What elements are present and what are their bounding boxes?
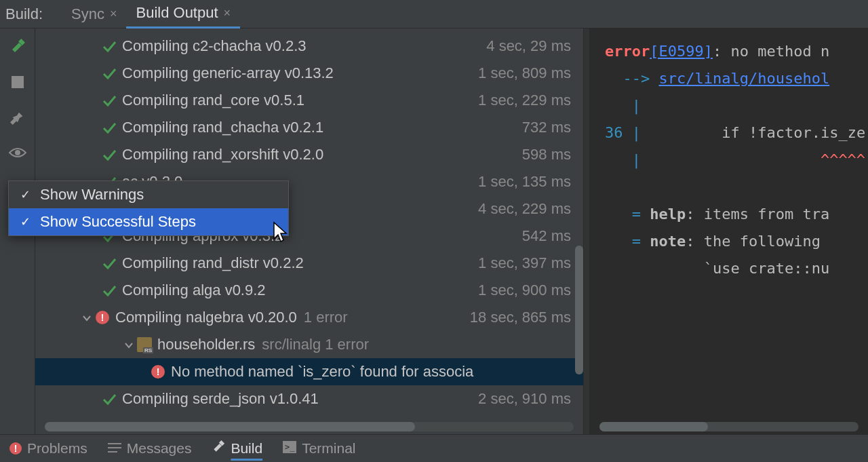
- menu-show-successful-steps[interactable]: ✓ Show Successful Steps: [9, 208, 288, 235]
- menu-item-label: Show Successful Steps: [40, 213, 196, 231]
- console-help-kw: help: [650, 206, 686, 223]
- error-icon: [94, 311, 111, 324]
- build-tree-row[interactable]: Compiling serde_json v1.0.412 sec, 910 m…: [35, 385, 583, 412]
- pin-icon[interactable]: [9, 109, 26, 126]
- tree-row-label: Compiling rand_chacha v0.2.1: [122, 119, 323, 136]
- tree-row-label: Compiling alga v0.9.2: [122, 282, 266, 299]
- svg-point-2: [15, 150, 20, 155]
- menu-item-label: Show Warnings: [40, 186, 144, 204]
- check-icon: [100, 66, 118, 81]
- vertical-scrollbar[interactable]: [575, 246, 583, 374]
- check-icon: [100, 120, 118, 135]
- eye-icon[interactable]: [9, 144, 26, 161]
- tree-row-time: 1 sec, 229 ms: [478, 92, 571, 109]
- console-text: : items from tra: [686, 206, 829, 223]
- svg-rect-1: [12, 76, 24, 88]
- console-text: : no method n: [713, 43, 829, 60]
- chevron-down-icon[interactable]: [122, 336, 136, 353]
- bottom-tool-bar: Problems Messages Build >_ Terminal: [0, 434, 868, 462]
- stop-icon[interactable]: [9, 73, 26, 91]
- terminal-icon: >_: [283, 440, 296, 457]
- console-gutter: |: [605, 151, 641, 168]
- tree-row-time: 1 sec, 900 ms: [478, 282, 571, 299]
- build-console[interactable]: error[E0599]: no method n --> src/linalg…: [590, 28, 868, 434]
- build-tab-bar: Build: Sync × Build Output ×: [0, 0, 868, 28]
- build-tree-row[interactable]: No method named `is_zero` found for asso…: [35, 358, 583, 385]
- tool-label: Build: [231, 440, 262, 457]
- hammer-icon: [212, 440, 225, 457]
- console-arrow: -->: [605, 70, 658, 87]
- console-text: : the following: [686, 233, 829, 250]
- check-icon: ✓: [18, 214, 32, 229]
- chevron-down-icon[interactable]: [80, 309, 94, 326]
- lines-icon: [108, 440, 121, 457]
- rust-file-icon: [136, 337, 153, 352]
- check-icon: [100, 391, 118, 406]
- console-caret: ^^^^^: [641, 151, 865, 168]
- console-error-code[interactable]: [E0599]: [650, 43, 713, 60]
- tree-row-label: Compiling serde_json v1.0.41: [122, 390, 319, 408]
- console-gutter: =: [605, 206, 650, 223]
- tool-label: Terminal: [302, 440, 355, 457]
- build-tree-row[interactable]: Compiling rand_chacha v0.2.1732 ms: [35, 114, 583, 141]
- tree-row-label: Compiling rand_xorshift v0.2.0: [122, 146, 323, 163]
- error-icon: [149, 365, 167, 379]
- tab-sync[interactable]: Sync ×: [62, 0, 126, 28]
- tree-row-label: Compiling generic-array v0.13.2: [122, 64, 334, 82]
- tree-row-time: 1 sec, 809 ms: [478, 64, 571, 82]
- tree-row-label: No method named `is_zero` found for asso…: [171, 363, 473, 381]
- check-icon: [100, 39, 118, 54]
- tree-row-time: 4 sec, 29 ms: [486, 37, 571, 55]
- console-path-link[interactable]: src/linalg/househol: [658, 70, 829, 87]
- tree-row-time: 732 ms: [522, 119, 571, 136]
- tree-row-time: 18 sec, 865 ms: [470, 309, 571, 326]
- tool-label: Problems: [27, 440, 87, 457]
- svg-text:>_: >_: [285, 442, 295, 452]
- splitter[interactable]: [583, 28, 590, 434]
- check-icon: ✓: [18, 187, 32, 202]
- check-icon: [100, 256, 118, 271]
- build-tree-row[interactable]: Compiling c2-chacha v0.2.34 sec, 29 ms: [35, 33, 583, 60]
- check-icon: [100, 93, 118, 108]
- console-gutter: |: [605, 97, 641, 114]
- tool-messages[interactable]: Messages: [108, 440, 192, 457]
- tool-build[interactable]: Build: [212, 440, 262, 457]
- build-tree-row[interactable]: Compiling generic-array v0.13.21 sec, 80…: [35, 60, 583, 87]
- tool-problems[interactable]: Problems: [9, 440, 87, 457]
- build-tree-row[interactable]: Compiling rand_core v0.5.11 sec, 229 ms: [35, 87, 583, 114]
- tree-row-label: Compiling c2-chacha v0.2.3: [122, 37, 306, 55]
- console-error-kw: error: [605, 43, 650, 60]
- tab-sync-label: Sync: [71, 5, 104, 23]
- tree-row-label: householder.rs: [157, 336, 255, 353]
- tool-terminal[interactable]: >_ Terminal: [283, 440, 355, 457]
- check-icon: [100, 283, 118, 298]
- filter-popup: ✓ Show Warnings ✓ Show Successful Steps: [8, 180, 289, 236]
- hammer-icon[interactable]: [9, 38, 26, 56]
- tool-label: Messages: [127, 440, 192, 457]
- tree-row-label: Compiling rand_distr v0.2.2: [122, 254, 304, 272]
- build-tree-row[interactable]: householder.rssrc/linalg 1 error: [35, 331, 583, 358]
- console-note-kw: note: [650, 233, 686, 250]
- close-icon[interactable]: ×: [110, 7, 117, 21]
- tree-row-time: 598 ms: [522, 146, 571, 163]
- tree-row-label: Compiling rand_core v0.5.1: [122, 92, 304, 109]
- tab-build-output[interactable]: Build Output ×: [126, 0, 240, 28]
- horizontal-scrollbar[interactable]: [45, 422, 574, 431]
- build-tree-row[interactable]: Compiling alga v0.9.21 sec, 900 ms: [35, 277, 583, 304]
- console-horizontal-scrollbar[interactable]: [599, 422, 859, 431]
- close-icon[interactable]: ×: [224, 6, 231, 20]
- tree-row-time: 1 sec, 397 ms: [478, 254, 571, 272]
- build-tree-row[interactable]: Compiling nalgebra v0.20.01 error18 sec,…: [35, 304, 583, 331]
- build-tree-row[interactable]: Compiling rand_distr v0.2.21 sec, 397 ms: [35, 250, 583, 277]
- tree-row-label: Compiling nalgebra v0.20.0: [115, 309, 297, 326]
- error-icon: [9, 442, 22, 455]
- build-tree-row[interactable]: Compiling rand_xorshift v0.2.0598 ms: [35, 141, 583, 168]
- tree-row-time: 1 sec, 135 ms: [478, 173, 571, 191]
- console-gutter: =: [605, 233, 650, 250]
- tree-row-time: 542 ms: [522, 227, 571, 245]
- tab-build-output-label: Build Output: [136, 4, 218, 22]
- build-title: Build:: [5, 5, 43, 23]
- menu-show-warnings[interactable]: ✓ Show Warnings: [9, 181, 288, 208]
- tree-row-time: 2 sec, 910 ms: [478, 390, 571, 408]
- console-text: if !factor.is_ze: [650, 124, 865, 141]
